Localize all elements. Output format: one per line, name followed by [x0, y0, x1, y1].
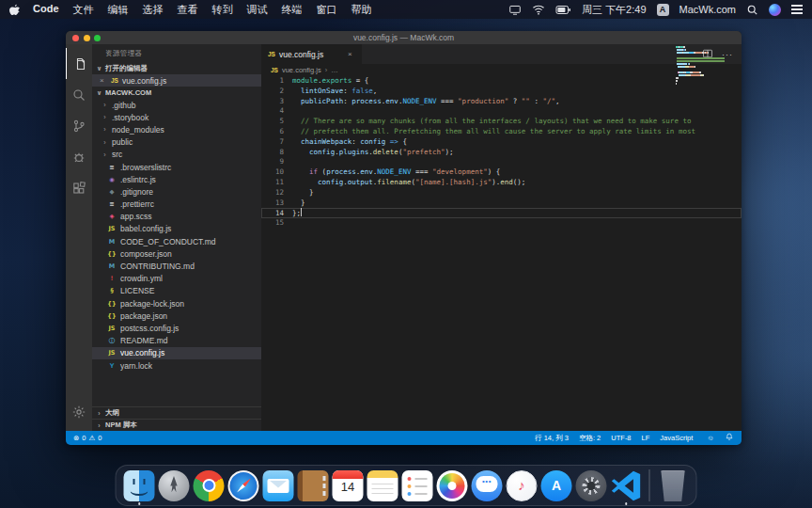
tree-folder-node_modules[interactable]: ›node_modules — [92, 123, 261, 135]
dock-item-photos[interactable] — [437, 470, 468, 501]
tree-folder-.storybook[interactable]: ›.storybook — [92, 111, 261, 123]
status-item[interactable]: JavaScript — [660, 434, 693, 442]
tree-file-.eslintrc.js[interactable]: ◉.eslintrc.js — [92, 173, 261, 185]
code-line-7[interactable]: 7 chainWebpack: config => { — [261, 137, 742, 148]
code-line-3[interactable]: 3 publicPath: process.env.NODE_ENV === "… — [261, 97, 742, 107]
sidebar-section-NPM 脚本[interactable]: ›NPM 脚本 — [92, 419, 261, 431]
tree-file-package.json[interactable]: {}package.json — [92, 310, 261, 322]
code-line-14[interactable]: 14}; — [261, 208, 742, 218]
menu-item-查看[interactable]: 查看 — [178, 3, 198, 17]
menu-item-文件[interactable]: 文件 — [73, 3, 94, 17]
dock-item-calendar[interactable]: 14 — [333, 470, 364, 501]
tree-file-yarn.lock[interactable]: Yyarn.lock — [92, 359, 261, 372]
code-line-13[interactable]: 13 } — [261, 198, 742, 209]
dock-item-notes[interactable] — [367, 470, 398, 501]
code-line-1[interactable]: 1module.exports = { — [261, 76, 742, 87]
problems-indicator[interactable]: ⊗ 0 ⚠ 0 — [73, 434, 102, 442]
tree-file-CODE_OF_CONDUCT.md[interactable]: MCODE_OF_CONDUCT.md — [92, 235, 261, 247]
menu-item-转到[interactable]: 转到 — [212, 3, 233, 17]
dock-item-reminders[interactable] — [402, 470, 433, 501]
tree-folder-public[interactable]: ›public — [92, 136, 261, 149]
dock-item-safari[interactable] — [228, 470, 259, 501]
menu-item-窗口[interactable]: 窗口 — [317, 3, 337, 17]
tree-folder-.github[interactable]: ›.github — [92, 99, 261, 111]
menu-item-选择[interactable]: 选择 — [143, 3, 164, 17]
menu-bar-brand[interactable]: MacWk.com — [679, 4, 737, 15]
status-item[interactable]: 空格: 2 — [579, 434, 601, 443]
debug-icon[interactable] — [66, 141, 92, 172]
dock-item-messages[interactable]: ••• — [472, 470, 503, 501]
menu-item-帮助[interactable]: 帮助 — [351, 3, 372, 17]
code-line-2[interactable]: 2 lintOnSave: false, — [261, 87, 742, 97]
code-line-10[interactable]: 10 if (process.env.NODE_ENV === "develop… — [261, 167, 742, 178]
tree-file-babel.config.js[interactable]: JSbabel.config.js — [92, 223, 261, 235]
input-method-icon[interactable]: A — [657, 4, 669, 16]
code-line-12[interactable]: 12 } — [261, 188, 742, 198]
battery-icon[interactable] — [555, 5, 571, 15]
minimap[interactable] — [676, 46, 728, 88]
open-editors-header[interactable]: ∨ 打开的编辑器 — [92, 62, 261, 74]
close-icon[interactable]: × — [100, 76, 107, 85]
menu-item-app[interactable]: Code — [33, 3, 59, 17]
settings-gear-icon[interactable] — [66, 396, 92, 427]
tree-file-README.md[interactable]: ⓘREADME.md — [92, 335, 261, 347]
tree-file-composer.json[interactable]: {}composer.json — [92, 247, 261, 260]
dock-item-preferences[interactable] — [576, 470, 607, 501]
apple-menu[interactable] — [9, 4, 20, 16]
launchpad-icon — [159, 470, 190, 501]
display-icon[interactable] — [508, 4, 522, 16]
clock[interactable]: 周三 下午2:49 — [582, 3, 646, 17]
close-tab-icon[interactable]: × — [348, 50, 355, 58]
dock-item-appstore[interactable]: A — [541, 470, 572, 501]
search-icon[interactable] — [66, 79, 92, 110]
spotlight-icon[interactable] — [746, 4, 758, 16]
explorer-icon[interactable] — [66, 48, 92, 79]
tree-file-vue.config.js[interactable]: JSvue.config.js — [92, 347, 261, 359]
code-line-5[interactable]: 5 // There are so many chunks (from all … — [261, 117, 742, 127]
tree-file-.browserslistrc[interactable]: ≡.browserslistrc — [92, 161, 261, 173]
menu-item-编辑[interactable]: 编辑 — [108, 3, 129, 17]
code-line-8[interactable]: 8 config.plugins.delete("prefetch"); — [261, 148, 742, 158]
tree-file-crowdin.yml[interactable]: !crowdin.yml — [92, 273, 261, 285]
code-editor[interactable]: 1module.exports = {2 lintOnSave: false,3… — [261, 76, 742, 431]
dock-item-launchpad[interactable] — [159, 470, 190, 501]
status-item[interactable]: UTF-8 — [611, 434, 631, 442]
tree-file-LICENSE[interactable]: §LICENSE — [92, 285, 261, 297]
feedback-smiley-icon[interactable]: ☺ — [707, 434, 714, 442]
tree-file-CONTRIBUTING.md[interactable]: MCONTRIBUTING.md — [92, 260, 261, 272]
dock-item-contacts[interactable] — [298, 470, 329, 501]
siri-icon[interactable] — [769, 4, 781, 16]
window-titlebar[interactable]: vue.config.js — MacWk.com — [66, 31, 742, 44]
breadcrumb[interactable]: JS vue.config.js › … — [261, 64, 742, 76]
tree-file-app.scss[interactable]: ◈app.scss — [92, 211, 261, 223]
code-line-9[interactable]: 9 — [261, 157, 742, 167]
tab-vue-config[interactable]: JS vue.config.js × — [261, 44, 363, 64]
source-control-icon[interactable] — [66, 110, 92, 141]
dock-item-chrome[interactable] — [194, 470, 225, 501]
bell-icon[interactable] — [725, 432, 734, 444]
status-item[interactable]: 行 14, 列 3 — [535, 434, 569, 443]
tree-file-postcss.config.js[interactable]: JSpostcss.config.js — [92, 322, 261, 334]
sidebar-section-大纲[interactable]: ›大纲 — [92, 406, 261, 419]
dock-item-trash[interactable] — [658, 470, 689, 501]
code-line-4[interactable]: 4 — [261, 106, 742, 117]
notification-center-icon[interactable] — [791, 5, 803, 14]
project-root-header[interactable]: ∨ MACWK.COM — [92, 87, 261, 99]
menu-item-终端[interactable]: 终端 — [282, 3, 303, 17]
dock-item-itunes[interactable]: ♪ — [507, 470, 538, 501]
code-line-11[interactable]: 11 config.output.filename("[name].[hash]… — [261, 178, 742, 188]
dock-item-vscode[interactable] — [611, 470, 642, 501]
tree-folder-src[interactable]: ›src — [92, 149, 261, 161]
code-line-15[interactable]: 15 — [261, 218, 742, 229]
tree-file-package-lock.json[interactable]: {}package-lock.json — [92, 297, 261, 310]
wifi-icon[interactable] — [532, 4, 545, 15]
dock-item-finder[interactable] — [124, 470, 155, 501]
status-item[interactable]: LF — [642, 434, 650, 442]
code-line-6[interactable]: 6 // prefetch them all. Prefetching them… — [261, 127, 742, 137]
tree-file-.prettierrc[interactable]: ≡.prettierrc — [92, 198, 261, 211]
extensions-icon[interactable] — [66, 172, 92, 203]
tree-file-.gitignore[interactable]: ◆.gitignore — [92, 185, 261, 198]
open-editor-item[interactable]: × JS vue.config.js — [92, 74, 261, 87]
menu-item-调试[interactable]: 调试 — [247, 3, 268, 17]
dock-item-mail[interactable] — [263, 470, 294, 501]
